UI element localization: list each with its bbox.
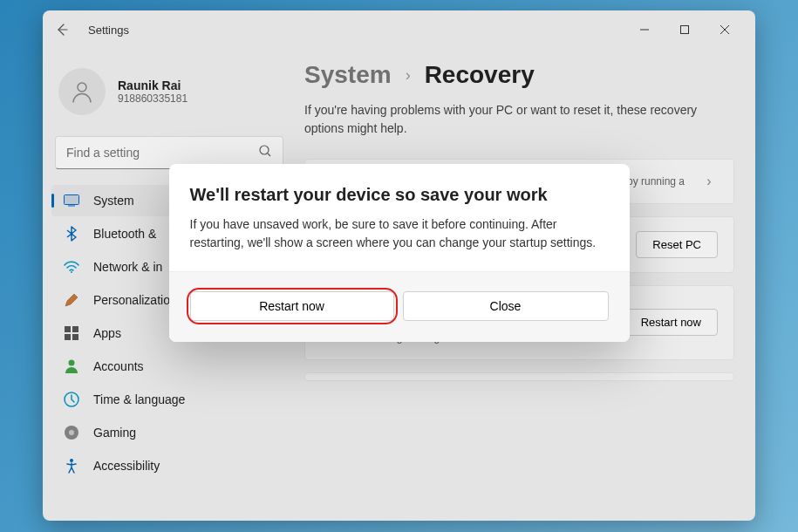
dialog-restart-now-button[interactable]: Restart now: [190, 291, 394, 321]
dialog-text: If you have unsaved work, be sure to sav…: [190, 215, 609, 252]
modal-overlay: We'll restart your device so save your w…: [0, 0, 798, 532]
dialog-close-button[interactable]: Close: [403, 291, 609, 321]
dialog-title: We'll restart your device so save your w…: [190, 185, 609, 205]
restart-dialog: We'll restart your device so save your w…: [169, 164, 630, 342]
